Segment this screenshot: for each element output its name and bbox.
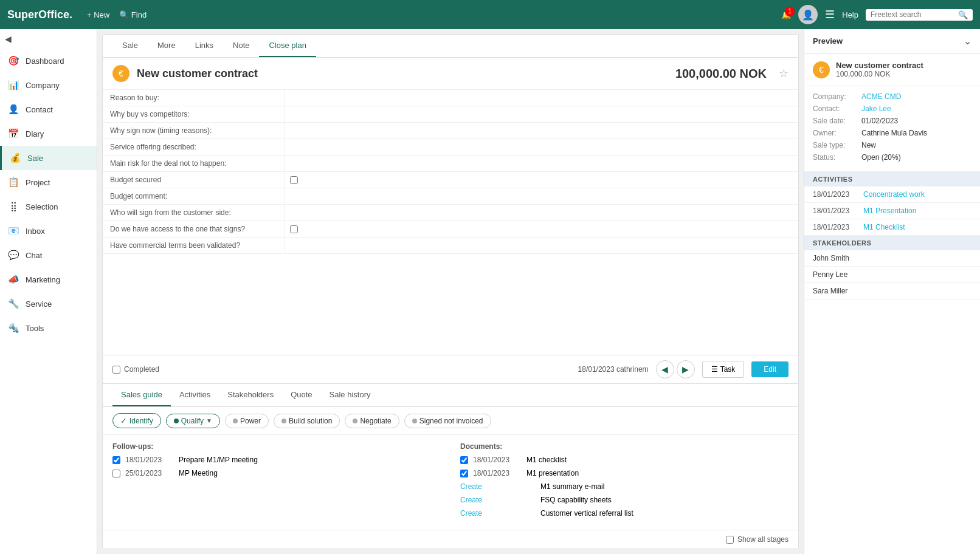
topnav-right: 🔔 1 👤 ☰ Help 🔍 — [781, 5, 973, 24]
followup-check-0[interactable] — [112, 456, 120, 464]
help-button[interactable]: Help — [842, 10, 858, 19]
search-input[interactable] — [871, 10, 956, 19]
sidebar-item-selection[interactable]: ⣿ Selection — [0, 194, 97, 219]
preview-contact-val[interactable]: Jake Lee — [861, 104, 891, 113]
tab-links[interactable]: Links — [185, 35, 223, 57]
close-plan-value-1[interactable] — [285, 106, 798, 122]
identify-check-icon: ✓ — [120, 416, 127, 425]
edit-button[interactable]: Edit — [751, 361, 788, 377]
show-all-stages-checkbox[interactable] — [726, 536, 734, 544]
activity-link-2[interactable]: M1 Checklist — [863, 223, 905, 231]
date-user-label: 18/01/2023 cathrinem — [578, 365, 649, 374]
service-icon: 🔧 — [7, 298, 19, 310]
close-plan-value-0[interactable] — [285, 90, 798, 106]
close-plan-check-5[interactable] — [285, 172, 303, 188]
budget-secured-checkbox[interactable] — [290, 176, 298, 184]
close-plan-value-2[interactable] — [285, 123, 798, 138]
sidebar-item-marketing[interactable]: 📣 Marketing — [0, 267, 97, 292]
doc-create-link-3[interactable]: create — [460, 496, 482, 504]
close-plan-value-4[interactable] — [285, 156, 798, 171]
sidebar-item-diary[interactable]: 📅 Diary — [0, 121, 97, 146]
stage-qualify[interactable]: Qualify ▼ — [166, 414, 220, 428]
activity-link-1[interactable]: M1 Presentation — [863, 207, 916, 215]
nav-prev-button[interactable]: ◀ — [656, 360, 674, 378]
stakeholders-section-header: STAKEHOLDERS — [804, 236, 980, 250]
preview-collapse-button[interactable]: ⌄ — [964, 35, 971, 47]
sidebar-item-service[interactable]: 🔧 Service — [0, 292, 97, 316]
completed-checkbox[interactable] — [112, 366, 120, 374]
sidebar-item-sale[interactable]: 💰 Sale — [0, 146, 97, 170]
doc-create-link-4[interactable]: create — [460, 509, 482, 518]
sg-tab-stakeholders[interactable]: Stakeholders — [219, 384, 282, 406]
followup-row-1: 25/01/2023 MP Meeting — [112, 469, 441, 477]
sidebar-label-chat: Chat — [26, 251, 42, 260]
access-checkbox[interactable] — [290, 225, 298, 233]
stage-identify[interactable]: ✓ Identify — [112, 413, 161, 428]
doc-check-0[interactable] — [460, 456, 468, 464]
notifications-bell[interactable]: 🔔 1 — [781, 10, 791, 19]
selection-icon: ⣿ — [7, 200, 19, 213]
stage-build[interactable]: Build solution — [274, 414, 340, 428]
close-plan-label-7: Who will sign from the customer side: — [103, 205, 285, 221]
followup-check-1[interactable] — [112, 470, 120, 477]
content-area: Sale More Links Note Close plan € New cu… — [97, 29, 804, 554]
sidebar-toggle[interactable]: ◀ — [0, 29, 97, 49]
sidebar-item-inbox[interactable]: 📧 Inbox — [0, 219, 97, 243]
favorite-star[interactable]: ☆ — [779, 67, 788, 80]
bottom-bar: Completed 18/01/2023 cathrinem ◀ ▶ ☰ Tas… — [103, 355, 798, 383]
close-plan-label-3: Service offering described: — [103, 139, 285, 155]
main-card: Sale More Links Note Close plan € New cu… — [102, 34, 799, 549]
close-plan-row: Why sign now (timing reasons): — [103, 123, 798, 139]
sidebar-item-dashboard[interactable]: 🎯 Dashboard — [0, 49, 97, 73]
tab-more[interactable]: More — [148, 35, 185, 57]
preview-sale-name: New customer contract — [836, 61, 923, 70]
close-plan-value-9[interactable] — [285, 238, 798, 253]
sg-tab-activities[interactable]: Activities — [171, 384, 219, 406]
user-avatar[interactable]: 👤 — [798, 5, 818, 24]
stage-signed[interactable]: Signed not invoiced — [404, 414, 491, 428]
sidebar-label-inbox: Inbox — [26, 227, 45, 236]
search-box[interactable]: 🔍 — [866, 9, 973, 21]
stage-label-negotiate: Negotiate — [360, 417, 391, 425]
close-plan-label-0: Reason to buy: — [103, 90, 285, 106]
sidebar-item-tools[interactable]: 🔩 Tools — [0, 316, 97, 340]
activity-link-0[interactable]: Concentrated work — [863, 190, 925, 199]
activity-date-1: 18/01/2023 — [813, 207, 858, 215]
close-plan-row: Have commercial terms been validated? — [103, 238, 798, 254]
sidebar-item-project[interactable]: 📋 Project — [0, 170, 97, 194]
close-plan-value-6[interactable] — [285, 188, 798, 204]
sg-tab-salehistory[interactable]: Sale history — [321, 384, 379, 406]
doc-create-link-2[interactable]: create — [460, 482, 482, 491]
close-plan-check-8[interactable] — [285, 221, 303, 237]
sidebar-item-company[interactable]: 📊 Company — [0, 73, 97, 97]
doc-label-1: M1 presentation — [526, 469, 579, 477]
tab-closeplan[interactable]: Close plan — [259, 35, 316, 57]
show-all-stages-label[interactable]: Show all stages — [726, 535, 788, 544]
stage-label-qualify: Qualify — [181, 417, 204, 425]
stage-negotiate[interactable]: Negotiate — [345, 414, 399, 428]
completed-label[interactable]: Completed — [112, 365, 159, 374]
followup-row-0: 18/01/2023 Prepare M1/MP meeting — [112, 456, 441, 464]
tab-sale[interactable]: Sale — [112, 35, 148, 57]
sg-tab-salesguide[interactable]: Sales guide — [112, 384, 171, 406]
close-plan-value-7[interactable] — [285, 205, 798, 221]
stage-power[interactable]: Power — [225, 414, 269, 428]
close-plan-label-8: Do we have access to the one that signs? — [103, 221, 285, 237]
preview-saletype-row: Sale type: New — [813, 141, 971, 149]
preview-contact-row: Contact: Jake Lee — [813, 104, 971, 113]
sidebar-label-diary: Diary — [26, 129, 44, 138]
close-plan-value-3[interactable] — [285, 139, 798, 155]
find-button[interactable]: 🔍 Find — [119, 10, 147, 19]
task-button[interactable]: ☰ Task — [702, 361, 745, 378]
sidebar-item-chat[interactable]: 💬 Chat — [0, 243, 97, 267]
nav-next-button[interactable]: ▶ — [677, 360, 695, 378]
tab-note[interactable]: Note — [223, 35, 259, 57]
new-button[interactable]: + New — [87, 10, 109, 19]
preview-company-val[interactable]: ACME CMD — [861, 92, 901, 101]
messages-icon[interactable]: ☰ — [825, 8, 835, 21]
sidebar-item-contact[interactable]: 👤 Contact — [0, 97, 97, 121]
sg-tab-quote[interactable]: Quote — [282, 384, 320, 406]
doc-check-1[interactable] — [460, 470, 468, 477]
stage-label-identify: Identify — [129, 417, 153, 425]
close-plan-row: Reason to buy: — [103, 90, 798, 106]
